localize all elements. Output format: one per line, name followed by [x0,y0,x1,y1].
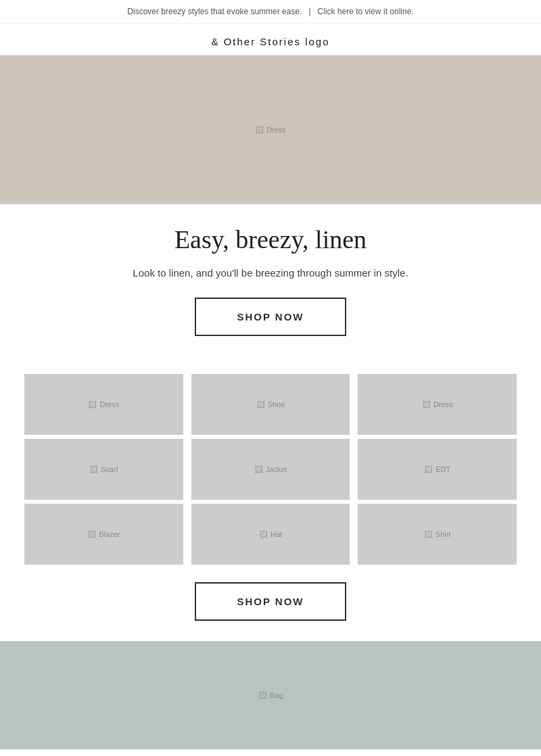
product-img-shirt: Shirt [358,504,517,565]
product-img-blazer: Blazer [24,504,183,565]
hero-content: Easy, breezy, linen Look to linen, and y… [0,204,541,363]
product-img-scarf: Scarf [24,439,183,500]
logo-section: & Other Stories logo [0,24,541,55]
view-online-link[interactable]: Click here to view it online. [318,7,414,16]
hero-title: Easy, breezy, linen [27,225,514,254]
product-col-2: Shoe Jacket Hat [187,370,354,569]
top-bar: Discover breezy styles that evoke summer… [0,0,541,24]
bag-image: Bag [0,641,541,749]
hero-image: Dress [0,55,541,204]
topbar-text: Discover breezy styles that evoke summer… [127,7,302,16]
shop-btn-section-2: SHOP NOW [0,575,541,641]
accessories-section: Complete your look with our new linen ac… [0,749,541,756]
shop-now-button-1[interactable]: SHOP NOW [195,298,346,336]
product-img-hat: Hat [191,504,350,565]
brand-logo: & Other Stories logo [211,36,329,47]
hero-subtitle: Look to linen, and you'll be breezing th… [88,265,453,281]
email-wrapper: Discover breezy styles that evoke summer… [0,0,541,756]
shop-now-button-2[interactable]: SHOP NOW [195,582,346,621]
product-img-jacket: Jacket [191,439,350,500]
product-grid: Dress Scarf Blazer Shoe Jacket Hat Dre [0,363,541,575]
product-col-3: Dress EDT Shirt [354,370,521,569]
product-col-1: Dress Scarf Blazer [20,370,187,569]
product-img-dress-1: Dress [24,374,183,435]
product-img-shoe-1: Shoe [191,374,350,435]
product-img-dress-2: Dress [358,374,517,435]
product-img-edt: EDT [358,439,517,500]
